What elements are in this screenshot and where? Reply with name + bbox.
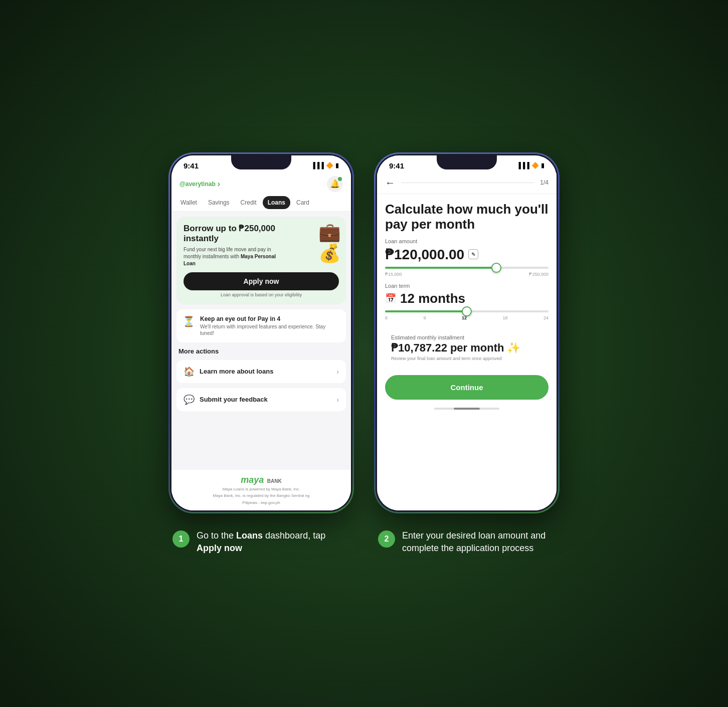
estimate-per-month: per month [450,341,504,355]
phone-screen-2: 9:41 ▐▐▐ 🔶 ▮ ← 1/4 [377,155,557,510]
apply-now-button[interactable]: Apply now [184,272,339,290]
phone-frame-1: 9:41 ▐▐▐ 🔶 ▮ @averytinab [168,152,354,513]
wifi-icon-2: 🔶 [531,162,539,169]
step-1-label: 1 Go to the Loans dashboard, tap Apply n… [168,529,354,555]
scroll-fill [454,408,480,410]
learn-more-text: Learn more about loans [200,368,273,375]
footer-text-1: Maya Loans is powered by Maya Bank, Inc. [176,486,346,492]
status-time-2: 9:41 [389,161,404,170]
battery-icon: ▮ [335,162,339,169]
approval-note: Loan approval is based on your eligibili… [184,292,339,297]
footer-text-2: Maya Bank, Inc. is regulated by the Bang… [176,493,346,498]
hero-subtitle: Fund your next big life move and pay in … [184,246,284,267]
action-learn-more[interactable]: 🏠 Learn more about loans › [176,360,346,383]
phone-middle-1: 9:41 ▐▐▐ 🔶 ▮ @averytinab [170,154,352,512]
loan-amount-display: ₱120,000.00 ✎ [385,246,549,263]
slider-min-label: ₱15,000 [385,272,402,277]
loan-term-slider[interactable]: 6 9 12 18 24 [385,310,549,320]
chevron-right-icon-2: › [336,396,339,404]
slider-track-1 [385,267,549,269]
status-icons-2: ▐▐▐ 🔶 ▮ [516,162,544,169]
hero-banner: 💼💰 Borrow up to ₱250,000 instantly Fund … [176,217,346,304]
slider-track-2 [385,310,549,312]
hero-emoji: 💼💰 [318,222,341,264]
tab-loans[interactable]: Loans [263,196,290,209]
signal-icon-2: ▐▐▐ [516,162,529,169]
slider-labels-1: ₱15,000 ₱250,000 [385,272,549,277]
estimate-section: Estimated monthly installment ₱10,787.22… [385,328,549,367]
feedback-icon: 💬 [184,394,195,405]
progress-indicator: 1/4 [540,179,549,186]
slider-fill-1 [385,267,496,269]
notch-2 [437,155,497,169]
continue-button[interactable]: Continue [385,375,549,400]
term-label-6: 6 [385,315,388,320]
slider-max-label: ₱250,000 [529,272,549,277]
loan-term-label: Loan term [385,283,549,289]
chevron-right-icon-1: › [336,368,339,376]
action-feedback[interactable]: 💬 Submit your feedback › [176,388,346,411]
loan-amount-slider[interactable]: ₱15,000 ₱250,000 [385,267,549,277]
page-container: 9:41 ▐▐▐ 🔶 ▮ @averytinab [128,122,600,585]
s1-body: 💼💰 Borrow up to ₱250,000 instantly Fund … [171,212,351,470]
term-label-24: 24 [543,315,549,320]
tab-credit[interactable]: Credit [236,196,262,209]
pay4-title: Keep an eye out for Pay in 4 [200,315,340,322]
pay4-subtitle: We'll return with improved features and … [200,323,340,336]
phone-frame-2: 9:41 ▐▐▐ 🔶 ▮ ← 1/4 [374,152,560,513]
more-actions-title: More actions [176,347,346,355]
loan-amount-section: Loan amount ₱120,000.00 ✎ [385,238,549,277]
phone-screen-1: 9:41 ▐▐▐ 🔶 ▮ @averytinab [171,155,351,510]
slider-thumb-2[interactable] [462,306,472,316]
slider-thumb-1[interactable] [491,263,501,273]
signal-icon: ▐▐▐ [311,162,324,169]
screen-content-2: ← 1/4 Calculate how much you'll pay per … [377,172,557,510]
loan-term-display: 📅 12 months [385,291,549,306]
notch-1 [231,155,291,169]
feedback-text: Submit your feedback [200,396,268,403]
calendar-icon: 📅 [385,293,396,304]
battery-icon-2: ▮ [541,162,544,169]
learn-more-icon: 🏠 [184,366,195,377]
phone-middle-2: 9:41 ▐▐▐ 🔶 ▮ ← 1/4 [376,154,558,512]
username-display: @averytinab › [179,180,220,189]
slider-fill-2 [385,310,467,312]
footer-text-3: Pilipinas - bsp.gov.ph [176,500,346,505]
estimate-amount: ₱10,787.22 per month ✨ [391,341,542,355]
pay4-content: Keep an eye out for Pay in 4 We'll retur… [200,315,340,336]
step-1-text: Go to the Loans dashboard, tap Apply now [197,529,350,555]
step-number-2: 2 [378,531,395,548]
scroll-indicator [434,408,499,410]
loan-term-section: Loan term 📅 12 months [385,283,549,320]
tab-card[interactable]: Card [291,196,314,209]
wifi-icon: 🔶 [326,162,333,169]
pay-in-4-card: ⏳ Keep an eye out for Pay in 4 We'll ret… [176,309,346,342]
calculator-title: Calculate how much you'll pay per month [385,202,549,232]
estimate-label: Estimated monthly installment [391,334,542,340]
screen-content-1: @averytinab › 🔔 Wallet Savings Credit Lo… [171,172,351,510]
step-2-label: 2 Enter your desired loan amount and com… [374,529,560,555]
notification-bell[interactable]: 🔔 [327,176,343,192]
s1-footer: maya BANK Maya Loans is powered by Maya … [171,470,351,510]
step-number-1: 1 [172,531,190,548]
s1-header: @averytinab › 🔔 [171,172,351,194]
back-button[interactable]: ← [385,177,395,189]
term-label-9: 9 [423,315,426,320]
pay4-icon: ⏳ [183,315,195,327]
step-2-text: Enter your desired loan amount and compl… [402,529,556,555]
loan-amount-label: Loan amount [385,238,549,244]
header-divider [401,183,534,183]
hero-title: Borrow up to ₱250,000 instantly [184,224,284,244]
phone-card-1: 9:41 ▐▐▐ 🔶 ▮ @averytinab [168,152,354,555]
tab-savings[interactable]: Savings [203,196,235,209]
edit-amount-button[interactable]: ✎ [468,249,478,259]
phone-card-2: 9:41 ▐▐▐ 🔶 ▮ ← 1/4 [374,152,560,555]
estimate-note: Review your final loan amount and term o… [391,356,542,361]
tab-wallet[interactable]: Wallet [175,196,202,209]
status-icons-1: ▐▐▐ 🔶 ▮ [311,162,339,169]
s2-header: ← 1/4 [377,172,557,194]
status-time-1: 9:41 [184,161,199,170]
nav-tabs: Wallet Savings Credit Loans Card [171,194,351,212]
chevron-icon: › [218,180,220,189]
s2-body: Calculate how much you'll pay per month … [377,194,557,510]
